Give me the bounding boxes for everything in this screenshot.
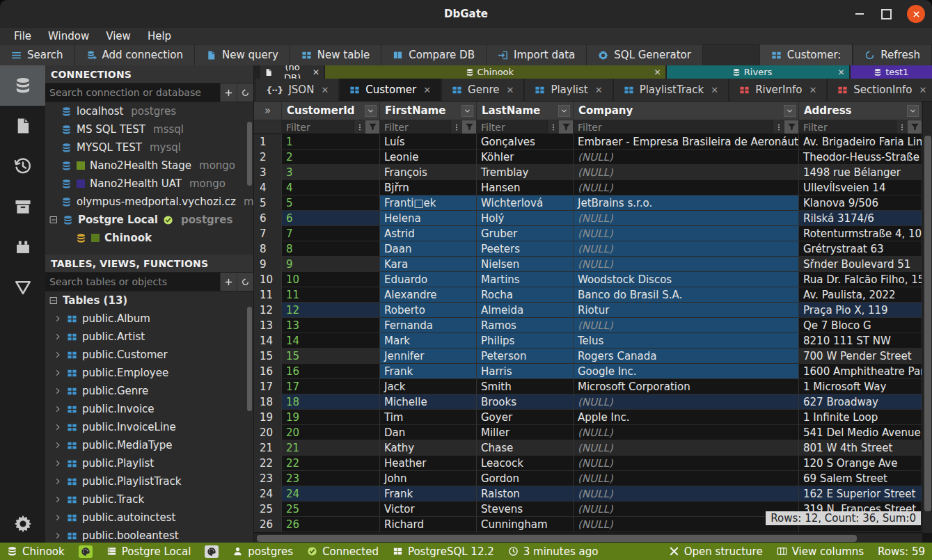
grid-cell[interactable]: Rua Dr. Falcăo Filho, 155 (799, 272, 922, 287)
tab-group-Chinook[interactable]: Chinook✕ (325, 65, 665, 79)
connections-scrollbar[interactable] (247, 105, 252, 252)
grid-cell[interactable]: 25 (282, 502, 380, 517)
table-item[interactable]: public.Track (45, 490, 253, 509)
grid-cell[interactable]: 627 Broadway (799, 394, 922, 410)
close-tab-icon[interactable]: ✕ (595, 85, 603, 95)
row-number[interactable]: 22 (254, 456, 282, 471)
title-bar[interactable]: DbGate (0, 0, 932, 28)
grid-cell[interactable]: Holý (477, 211, 574, 226)
table-item[interactable]: public.MediaType (45, 436, 253, 454)
tab-customer[interactable]: Customer✕ (340, 79, 442, 101)
grid-vertical-scrollbar[interactable] (922, 102, 932, 533)
grid-cell[interactable]: (NULL) (574, 150, 799, 165)
row-number[interactable]: 24 (254, 486, 282, 502)
table-row[interactable]: 1616FrankHarrisGoogle Inc.1600 Amphithea… (254, 364, 922, 379)
grid-cell[interactable]: Cunningham (477, 517, 574, 532)
table-row[interactable]: 77AstridGruber(NULL)Rotenturmstraße 4, 1… (254, 226, 922, 241)
close-group-icon[interactable]: ✕ (313, 67, 319, 77)
menu-window[interactable]: Window (41, 30, 96, 42)
grid-cell[interactable]: 26 (282, 517, 380, 532)
column-header-firstname[interactable]: FirstName (380, 102, 477, 120)
filter-menu-icon[interactable] (450, 120, 462, 134)
grid-cell[interactable]: 7 (282, 226, 380, 241)
toolbar-new-table-button[interactable]: New table (290, 45, 381, 65)
toolbar-add-connection-button[interactable]: Add connection (75, 45, 195, 65)
grid-cell[interactable]: 19 (282, 410, 380, 425)
grid-cell[interactable]: Wichterlová (477, 195, 574, 211)
table-row[interactable]: 1717JackSmithMicrosoft Corporation1 Micr… (254, 379, 922, 394)
table-row[interactable]: 1515JenniferPetersonRogers Canada700 W P… (254, 349, 922, 364)
grid-cell[interactable]: Peeters (477, 241, 574, 257)
grid-cell[interactable]: 12 (282, 303, 380, 318)
row-number[interactable]: 13 (254, 318, 282, 333)
grid-cell[interactable]: John (380, 471, 477, 486)
table-row[interactable]: 44BjřrnHansen(NULL)Ullevĺlsveien 14 (254, 180, 922, 195)
toolbar-refresh-button[interactable]: Refresh (853, 45, 932, 65)
table-row[interactable]: 2323JohnGordon(NULL)69 Salem Street (254, 471, 922, 486)
filter-menu-icon[interactable] (354, 120, 365, 134)
iconbar-nabla-icon[interactable] (0, 267, 45, 307)
status-badge[interactable] (205, 545, 219, 558)
table-item[interactable]: public.Employee (45, 364, 253, 382)
grid-cell[interactable]: 10 (282, 272, 380, 287)
grid-cell[interactable]: 8210 111 ST NW (799, 333, 922, 349)
table-item[interactable]: public.Invoice (45, 400, 253, 418)
connection-item[interactable]: Postgre Localpostgres (45, 211, 253, 229)
table-item[interactable]: public.Genre (45, 382, 253, 400)
toolbar-compare-db-button[interactable]: Compare DB (381, 45, 487, 65)
close-group-icon[interactable]: ✕ (654, 67, 661, 77)
status-postgre-local[interactable]: Postgre Local (106, 545, 191, 558)
column-header-lastname[interactable]: LastName (477, 102, 574, 120)
grid-cell[interactable]: Hansen (477, 180, 574, 195)
grid-cell[interactable]: Goyer (477, 410, 574, 425)
grid-cell[interactable]: Embraer - Empresa Brasileira de Aeronáut… (574, 134, 799, 150)
table-row[interactable]: 2424FrankRalston(NULL)162 E Superior Str… (254, 486, 922, 502)
table-item[interactable]: public.Artist (45, 328, 253, 346)
grid-cell[interactable]: Daan (380, 241, 477, 257)
grid-cell[interactable]: 15 (282, 349, 380, 364)
grid-cell[interactable]: Jennifer (380, 349, 477, 364)
tables-scrollbar[interactable] (247, 294, 252, 540)
grid-cell[interactable]: Leonie (380, 150, 477, 165)
grid-cell[interactable]: 6 (282, 211, 380, 226)
grid-cell[interactable]: Bjřrn (380, 180, 477, 195)
grid-cell[interactable]: 21 (282, 440, 380, 456)
grid-cell[interactable]: Telus (574, 333, 799, 349)
close-tab-icon[interactable]: ✕ (321, 85, 329, 95)
grid-cell[interactable]: 1498 rue Bélanger (799, 165, 922, 180)
grid-cell[interactable]: 5 (282, 195, 380, 211)
grid-cell[interactable]: Gruber (477, 226, 574, 241)
close-tab-icon[interactable]: ✕ (507, 85, 514, 95)
filter-menu-icon[interactable] (547, 120, 559, 134)
column-menu-button[interactable] (558, 105, 570, 117)
tables-group[interactable]: Tables (13) (45, 291, 253, 310)
grid-cell[interactable]: Richard (380, 517, 477, 532)
close-tab-icon[interactable]: ✕ (423, 85, 431, 95)
row-number[interactable]: 1 (254, 134, 282, 150)
filter-input-firstname[interactable]: Filter (380, 120, 450, 134)
table-row[interactable]: 99KaraNielsen(NULL)Sřnder Boulevard 51 (254, 257, 922, 272)
grid-cell[interactable]: 541 Del Medio Avenue (799, 425, 922, 440)
grid-cell[interactable]: 16 (282, 364, 380, 379)
tab-playlist[interactable]: Playlist✕ (525, 79, 613, 101)
table-item[interactable]: public.Customer (45, 346, 253, 364)
iconbar-widget-icon[interactable] (0, 227, 45, 267)
grid-cell[interactable]: (NULL) (574, 471, 799, 486)
connection-item[interactable]: MYSQL TESTmysql (45, 138, 253, 157)
grid-cell[interactable]: 1600 Amphitheatre Parkwa (799, 364, 922, 379)
grid-cell[interactable]: 700 W Pender Street (799, 349, 922, 364)
iconbar-database-icon[interactable] (0, 65, 45, 106)
row-number[interactable]: 18 (254, 394, 282, 410)
tables-refresh-button[interactable] (237, 273, 253, 291)
grid-cell[interactable]: Woodstock Discos (574, 272, 799, 287)
close-tab-icon[interactable]: ✕ (809, 85, 816, 95)
grid-cell[interactable]: 14 (282, 333, 380, 349)
status-chinook[interactable]: Chinook (7, 545, 65, 558)
grid-cell[interactable]: Harris (477, 364, 574, 379)
iconbar-settings[interactable] (0, 515, 45, 533)
add-table-plus-button[interactable] (220, 273, 237, 291)
filter-input-customerid[interactable]: Filter (282, 120, 354, 134)
connection-item[interactable]: Nano2Health UATmongo (45, 175, 253, 193)
column-menu-button[interactable] (461, 105, 473, 117)
grid-cell[interactable]: (NULL) (574, 257, 799, 272)
